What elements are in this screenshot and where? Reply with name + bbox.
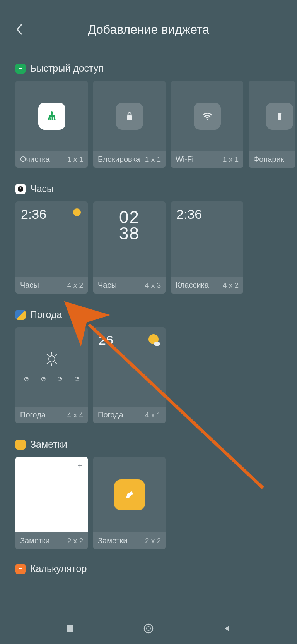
pencil-icon — [123, 488, 136, 501]
section-notes: Заметки + Заметки 2 x 2 — [15, 439, 282, 549]
widget-label: Часы — [20, 281, 39, 290]
clock-big-time: 02 38 — [99, 209, 160, 242]
widget-card-clock-4x2[interactable]: 2:36 Часы 4 x 2 — [15, 201, 88, 294]
notes-tile — [114, 479, 145, 510]
widget-size: 4 x 2 — [67, 281, 83, 290]
widget-preview — [93, 457, 166, 532]
widget-label: Заметки — [98, 536, 128, 545]
notes-row: + Заметки 2 x 2 Замет — [15, 457, 282, 549]
triangle-back-icon — [222, 624, 232, 633]
widget-label: Фонарик — [253, 155, 284, 164]
widget-card-weather-4x1[interactable]: 26 Погода 4 x 1 — [93, 327, 166, 423]
svg-point-24 — [147, 627, 150, 630]
quick-access-app-icon — [15, 64, 26, 74]
widget-size: 4 x 3 — [145, 281, 161, 290]
quick-access-row: Очистка 1 x 1 Блокировка 1 x 1 — [15, 81, 297, 168]
widget-label: Часы — [98, 281, 117, 290]
section-weather: Погода — [15, 309, 282, 423]
forecast-row: ◔· ◔· ◔· ◔· — [15, 375, 88, 392]
nav-back-button[interactable] — [219, 621, 235, 636]
widget-footer: Часы 4 x 3 — [93, 277, 166, 294]
widget-preview: 02 38 — [93, 201, 166, 277]
section-clock: Часы 2:36 Часы 4 x 2 02 38 — [15, 183, 282, 294]
clock-row: 2:36 Часы 4 x 2 02 38 Часы 4 — [15, 201, 282, 294]
section-title: Часы — [30, 183, 54, 194]
lock-icon — [124, 110, 135, 122]
section-quick-access: Быстрый доступ О — [15, 63, 282, 168]
widget-size: 2 x 2 — [67, 537, 83, 545]
section-header: Быстрый доступ — [15, 63, 282, 74]
widget-size: 1 x 1 — [223, 155, 239, 164]
lock-tile — [116, 103, 143, 130]
widget-card-lock[interactable]: Блокировка 1 x 1 — [93, 81, 166, 168]
clock-minute: 38 — [119, 224, 140, 243]
plus-icon: + — [77, 461, 82, 471]
section-title: Погода — [30, 309, 62, 320]
widget-preview — [171, 81, 243, 151]
widget-label: Классика — [176, 281, 209, 290]
section-header: Погода — [15, 309, 282, 320]
svg-line-18 — [47, 362, 48, 364]
widget-preview: 2:36 — [15, 201, 88, 277]
nav-recent-button[interactable] — [62, 621, 78, 636]
widget-footer: Заметки 2 x 2 — [15, 532, 88, 549]
widget-card-notes-icon[interactable]: Заметки 2 x 2 — [93, 457, 166, 549]
widget-footer: Очистка 1 x 1 — [15, 151, 88, 168]
widget-card-flashlight[interactable]: Фонарик — [249, 81, 295, 168]
widget-footer: Wi-Fi 1 x 1 — [171, 151, 243, 168]
widget-card-notes-list[interactable]: + Заметки 2 x 2 — [15, 457, 88, 549]
back-button[interactable] — [12, 22, 27, 37]
widget-card-cleanup[interactable]: Очистка 1 x 1 — [15, 81, 88, 168]
flashlight-tile — [266, 103, 293, 130]
widget-preview: 26 — [93, 327, 166, 407]
section-title: Калькулятор — [30, 563, 87, 574]
notes-white-preview: + — [15, 457, 88, 532]
clock-app-icon — [15, 184, 26, 194]
widget-footer: Фонарик — [249, 151, 295, 168]
sun-icon — [148, 334, 159, 344]
svg-line-17 — [55, 362, 57, 364]
svg-rect-1 — [20, 68, 22, 69]
widget-size: 1 x 1 — [145, 155, 161, 164]
widget-card-clock-classic[interactable]: 2:36 Классика 4 x 2 — [171, 201, 243, 294]
widget-label: Погода — [20, 410, 46, 419]
widget-size: 1 x 1 — [67, 155, 83, 164]
svg-point-23 — [144, 624, 153, 633]
widget-footer: Заметки 2 x 2 — [93, 532, 166, 549]
calculator-app-icon — [15, 564, 26, 574]
widget-label: Блокировка — [98, 155, 140, 164]
widget-size: 2 x 2 — [145, 537, 161, 545]
flashlight-icon — [274, 110, 285, 122]
section-calculator: Калькулятор — [15, 563, 282, 574]
section-title: Быстрый доступ — [30, 63, 104, 74]
header-bar: Добавление виджета — [0, 0, 297, 54]
sun-icon — [73, 208, 81, 216]
widget-card-weather-4x4[interactable]: ◔· ◔· ◔· ◔· Погода 4 x 4 — [15, 327, 88, 423]
widget-footer: Часы 4 x 2 — [15, 277, 88, 294]
widget-card-clock-4x3[interactable]: 02 38 Часы 4 x 3 — [93, 201, 166, 294]
widget-size: 4 x 4 — [67, 411, 83, 419]
svg-rect-22 — [67, 625, 73, 632]
cleanup-tile — [38, 103, 65, 130]
widget-preview: 2:36 — [171, 201, 243, 277]
widget-label: Wi-Fi — [176, 155, 194, 164]
clock-time-text: 2:36 — [21, 207, 46, 222]
section-header: Часы — [15, 183, 282, 194]
section-header: Заметки — [15, 439, 282, 450]
widget-preview: + — [15, 457, 88, 532]
widget-preview: ◔· ◔· ◔· ◔· — [15, 327, 88, 407]
navigation-bar — [0, 613, 297, 644]
back-chevron-icon — [16, 24, 23, 35]
widget-card-wifi[interactable]: Wi-Fi 1 x 1 — [171, 81, 243, 168]
widget-size: 4 x 2 — [223, 281, 239, 290]
square-icon — [65, 624, 75, 633]
nav-home-button[interactable] — [141, 621, 156, 636]
temperature-text: 26 — [99, 333, 113, 348]
wifi-icon — [201, 110, 214, 123]
widget-footer: Погода 4 x 4 — [15, 407, 88, 423]
circle-icon — [143, 623, 154, 634]
svg-line-16 — [47, 354, 48, 355]
widget-preview — [15, 81, 88, 151]
widget-label: Погода — [98, 410, 123, 419]
sun-icon — [43, 350, 60, 368]
